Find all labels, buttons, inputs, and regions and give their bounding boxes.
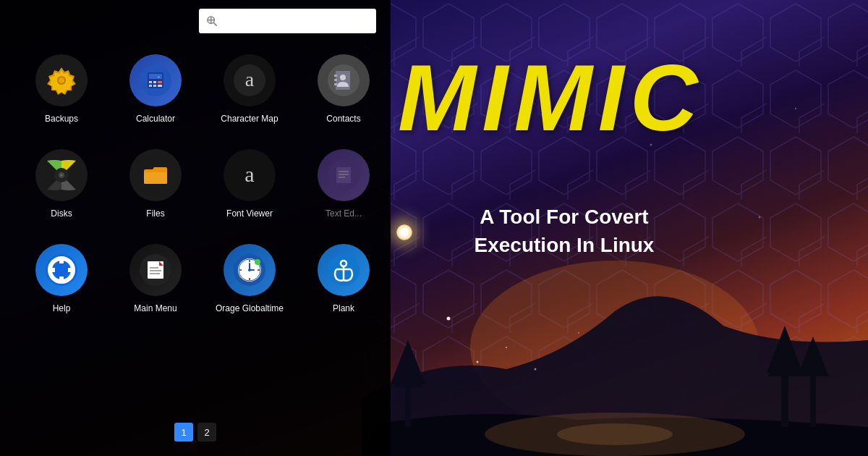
page-1-button[interactable]: 1 [174,423,193,442]
app-item-contacts[interactable]: Contacts [297,40,391,135]
search-icon [206,15,218,27]
calculator-label: Calculator [136,114,175,124]
svg-point-72 [56,264,67,276]
svg-rect-61 [336,167,351,183]
app-item-fontviewer[interactable]: a Font Viewer [203,135,297,229]
fontviewer-label: Font Viewer [226,208,273,219]
contacts-icon [318,54,370,106]
app-item-backups[interactable]: Backups [14,40,109,135]
pagination: 1 2 [174,423,216,442]
calculator-icon: ÷ + - × ÷ [129,54,182,106]
backups-label: Backups [45,114,78,124]
app-item-help[interactable]: Help [14,229,109,324]
svg-point-56 [61,174,63,177]
svg-rect-50 [334,79,337,81]
contacts-label: Contacts [326,114,360,124]
svg-point-88 [255,259,260,265]
app-item-texteditor[interactable]: Text Ed... [297,135,391,229]
app-grid: Backups ÷ + [14,40,383,324]
app-item-calculator[interactable]: ÷ + - × ÷ Calculator [109,40,203,135]
disks-label: Disks [51,208,72,219]
svg-rect-51 [334,83,337,85]
plank-label: Plank [333,303,354,313]
app-item-orage[interactable]: Orage Globaltime [203,229,297,324]
fontviewer-icon: a [224,149,276,201]
mimic-title: MIMIC [398,43,704,152]
svg-point-30 [59,77,64,83]
app-item-files[interactable]: Files [109,135,203,229]
orage-icon [224,244,276,296]
svg-point-13 [557,423,673,445]
svg-text:a: a [245,68,255,90]
app-panel: Backups ÷ + [0,0,391,456]
plank-icon [318,244,370,296]
help-icon [35,244,88,296]
files-label: Files [146,208,164,219]
app-item-mainmenu[interactable]: Main Menu [109,229,203,324]
files-icon [129,149,182,201]
svg-rect-37 [158,81,162,83]
landscape-silhouette [362,239,868,456]
page-2-button[interactable]: 2 [197,423,216,442]
app-item-plank[interactable]: Plank [297,229,391,324]
search-input[interactable] [222,16,369,27]
svg-point-87 [248,269,251,271]
svg-rect-40 [158,85,162,87]
glowing-orb [396,224,412,240]
texteditor-icon [318,149,370,201]
disks-icon [35,149,88,201]
mainmenu-label: Main Menu [134,303,176,313]
mainmenu-icon [129,244,182,296]
svg-point-52 [340,75,346,80]
orage-label: Orage Globaltime [216,303,284,313]
app-item-charmap[interactable]: a Character Map [203,40,297,135]
mimic-subtitle: A Tool For CovertExecution In Linux [420,203,709,259]
svg-text:a: a [244,162,254,186]
svg-rect-33 [149,74,162,79]
search-bar[interactable] [199,9,376,33]
charmap-label: Character Map [221,114,278,124]
charmap-icon: a [224,54,276,106]
svg-line-23 [213,22,216,25]
texteditor-label: Text Ed... [326,208,362,219]
backups-icon [35,54,88,106]
app-item-disks[interactable]: Disks [14,135,109,229]
help-label: Help [53,303,71,313]
svg-rect-49 [334,75,337,77]
